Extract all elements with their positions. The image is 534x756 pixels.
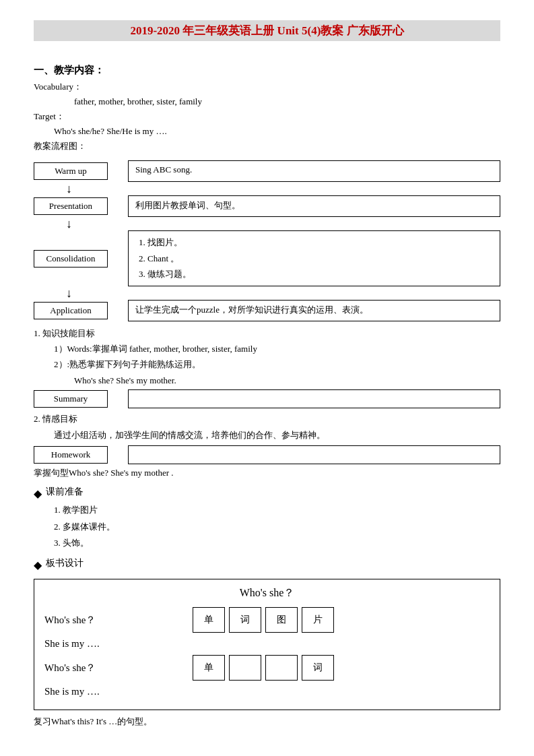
prep-item-2: 2. 多媒体课件。 xyxy=(54,519,500,536)
cell-empty1 xyxy=(229,655,261,681)
flow-content-presentation: 利用图片教授单词、句型。 xyxy=(128,195,500,217)
vocabulary-words: father, mother, brother, sister, family xyxy=(34,94,500,109)
cell-dan2: 单 xyxy=(193,655,225,681)
board-cells-row3: 单 词 xyxy=(193,655,334,681)
board-design-section: ◆ 板书设计 Who's she？ Who's she？ 单 词 图 片 She… xyxy=(34,557,500,710)
knowledge-line3: Who's she? She's my mother. xyxy=(34,373,500,388)
flow-row-homework-wrapper: Homework xyxy=(34,445,500,464)
page-title: 2019-2020 年三年级英语上册 Unit 5(4)教案 广东版开心 xyxy=(34,20,500,41)
board-row-2: She is my …. xyxy=(44,638,490,650)
flow-content-homework xyxy=(128,445,500,464)
board-design-box: Who's she？ Who's she？ 单 词 图 片 She is my … xyxy=(34,579,500,710)
preparation-heading-row: ◆ 课前准备 xyxy=(34,486,500,502)
cell-ci2: 词 xyxy=(302,655,334,681)
target-label: Target： xyxy=(34,109,500,124)
flow-box-application: Application xyxy=(34,302,108,319)
flow-row-summary: Summary xyxy=(34,389,500,408)
flow-row-summary-wrapper: Summary xyxy=(34,389,500,408)
emotion-target-block: 2. 情感目标 通过小组活动，加强学生间的情感交流，培养他们的合作、参与精神。 xyxy=(34,411,500,443)
section-teaching-content: 一、教学内容： Vocabulary： father, mother, brot… xyxy=(34,64,500,154)
board-row1-text: Who's she？ xyxy=(44,614,152,627)
cell-pian: 片 xyxy=(302,607,334,633)
cell-ci: 词 xyxy=(229,607,261,633)
knowledge-target-block: 1. 知识技能目标 1）Words:掌握单词 father, mother, b… xyxy=(34,325,500,389)
flow-box-presentation: Presentation xyxy=(34,197,108,215)
flow-content-consolidation: 找图片。 Chant 。 做练习题。 xyxy=(128,230,500,286)
flow-content-summary xyxy=(128,389,500,408)
target-sentence: Who's she/he? She/He is my …. xyxy=(34,124,500,139)
flow-box-homework: Homework xyxy=(34,446,108,464)
flow-box-consolidation: Consolidation xyxy=(34,250,108,267)
emotion-text: 通过小组活动，加强学生间的情感交流，培养他们的合作、参与精神。 xyxy=(34,427,500,443)
cell-tu: 图 xyxy=(265,607,298,633)
board-row-3: Who's she？ 单 词 xyxy=(44,655,490,681)
footer-text: 复习What's this? It's …的句型。 xyxy=(34,716,500,728)
flow-row-application: Application 让学生完成一个puzzle，对所学知识进行真实的运用、表… xyxy=(34,300,500,321)
consolidation-item-1: 找图片。 xyxy=(147,234,493,250)
knowledge-heading: 1. 知识技能目标 xyxy=(34,325,500,341)
arrow-down-3: ↓ xyxy=(34,286,500,300)
board-cells-row1: 单 词 图 片 xyxy=(193,607,334,633)
flow-row-presentation: Presentation 利用图片教授单词、句型。 xyxy=(34,195,500,217)
flow-box-summary: Summary xyxy=(34,390,108,408)
board-row-1: Who's she？ 单 词 图 片 xyxy=(44,607,490,633)
board-heading-row: ◆ 板书设计 xyxy=(34,557,500,573)
board-row3-text: Who's she？ xyxy=(44,662,152,674)
arrow-down-1: ↓ xyxy=(34,182,500,195)
preparation-label: 课前准备 xyxy=(46,486,84,498)
flow-content-warmup: Sing ABC song. xyxy=(128,160,500,182)
board-row-4: She is my …. xyxy=(44,686,490,697)
section-heading-1: 一、教学内容： xyxy=(34,64,500,77)
consolidation-item-2: Chant 。 xyxy=(147,251,493,266)
homework-text: 掌握句型Who's she? She's my mother . xyxy=(34,467,500,479)
flow-row-homework: Homework xyxy=(34,445,500,464)
arrow-down-2: ↓ xyxy=(34,217,500,230)
cell-dan: 单 xyxy=(193,607,225,633)
knowledge-line1: 1）Words:掌握单词 father, mother, brother, si… xyxy=(34,341,500,356)
diamond-icon-1: ◆ xyxy=(34,486,42,502)
preparation-items: 1. 教学图片 2. 多媒体课件。 3. 头饰。 xyxy=(34,502,500,552)
prep-item-1: 1. 教学图片 xyxy=(54,502,500,519)
flow-row-consolidation: Consolidation 找图片。 Chant 。 做练习题。 xyxy=(34,230,500,286)
prep-item-3: 3. 头饰。 xyxy=(54,535,500,552)
flow-row-warmup: Warm up Sing ABC song. xyxy=(34,160,500,182)
flow-box-warmup: Warm up xyxy=(34,162,108,180)
knowledge-line2: 2）:熟悉掌握下列句子并能熟练运用。 xyxy=(34,356,500,372)
diamond-icon-2: ◆ xyxy=(34,557,42,573)
vocabulary-label: Vocabulary： xyxy=(34,80,500,94)
preparation-section: ◆ 课前准备 1. 教学图片 2. 多媒体课件。 3. 头饰。 xyxy=(34,486,500,552)
consolidation-item-3: 做练习题。 xyxy=(147,266,493,282)
flow-content-application: 让学生完成一个puzzle，对所学知识进行真实的运用、表演。 xyxy=(128,300,500,321)
board-title: Who's she？ xyxy=(44,586,490,600)
emotion-heading: 2. 情感目标 xyxy=(34,411,500,427)
flowchart: Warm up Sing ABC song. ↓ Presentation 利用… xyxy=(34,160,500,479)
board-label: 板书设计 xyxy=(46,557,84,569)
board-row4-text: She is my …. xyxy=(44,686,152,697)
board-row2-text: She is my …. xyxy=(44,638,152,650)
flow-label: 教案流程图： xyxy=(34,139,500,154)
cell-empty2 xyxy=(265,655,298,681)
